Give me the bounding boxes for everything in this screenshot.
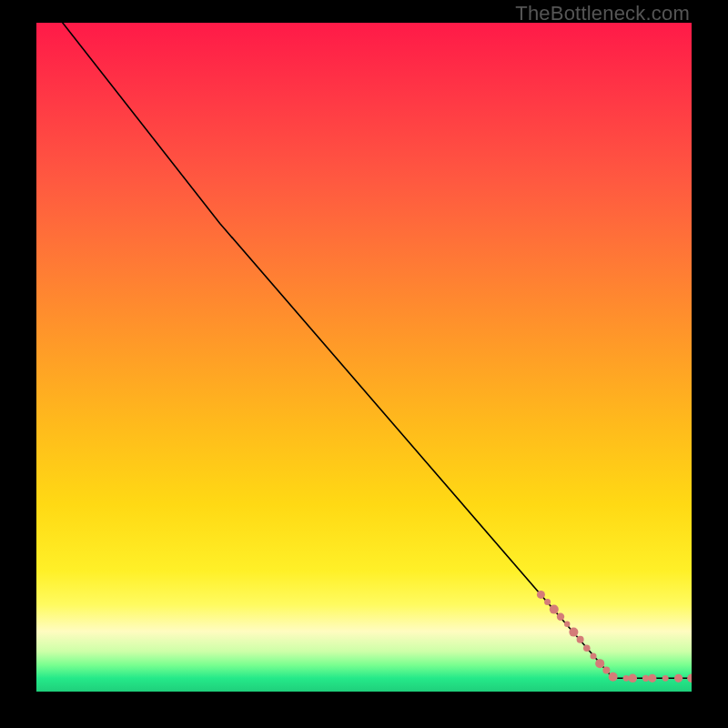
curve-line bbox=[63, 23, 692, 678]
marker-dot bbox=[595, 659, 604, 668]
marker-dot bbox=[577, 636, 584, 643]
marker-dot bbox=[544, 599, 551, 605]
plot-area bbox=[36, 23, 692, 692]
marker-dot bbox=[602, 666, 610, 673]
marker-dot bbox=[648, 674, 656, 682]
marker-dot bbox=[628, 674, 637, 683]
marker-dot bbox=[583, 644, 591, 652]
marker-dot bbox=[662, 675, 669, 682]
marker-dot bbox=[569, 628, 578, 637]
marker-dot bbox=[557, 612, 564, 620]
marker-dot bbox=[674, 674, 682, 682]
plot-svg bbox=[36, 23, 692, 692]
marker-dot bbox=[537, 591, 545, 599]
marker-dot bbox=[609, 672, 618, 682]
end-markers bbox=[537, 591, 692, 682]
chart-frame: TheBottleneck.com bbox=[0, 0, 728, 728]
marker-dot bbox=[623, 675, 630, 682]
marker-dot bbox=[642, 675, 649, 682]
marker-dot bbox=[564, 622, 570, 627]
marker-dot bbox=[550, 605, 559, 614]
marker-dot bbox=[687, 674, 692, 683]
marker-dot bbox=[591, 653, 597, 660]
